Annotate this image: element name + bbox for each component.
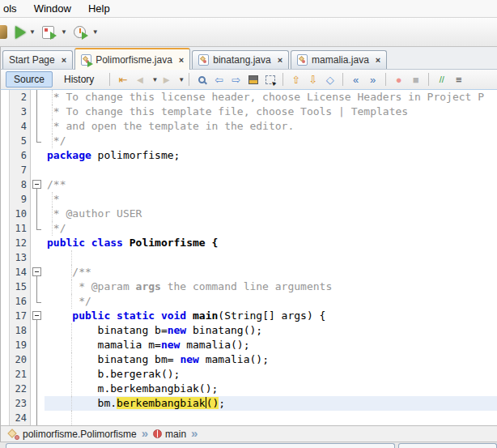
code-line[interactable]: 24: [0, 411, 497, 425]
fold-collapse-icon[interactable]: [32, 267, 41, 276]
code-text[interactable]: *: [45, 192, 497, 207]
code-line[interactable]: 5 */: [0, 134, 497, 148]
find-next-occurrence-icon[interactable]: ⇨: [228, 72, 244, 87]
code-line[interactable]: 13: [0, 250, 497, 265]
history-view-button[interactable]: History: [57, 72, 100, 87]
tab-close-icon[interactable]: ×: [62, 55, 66, 65]
last-edit-location-icon[interactable]: ⇤: [115, 72, 130, 87]
code-line[interactable]: 22 m.berkembangbiak();: [0, 382, 497, 396]
uncomment-icon[interactable]: ≡: [451, 72, 466, 87]
line-number[interactable]: 9: [10, 192, 31, 207]
code-line[interactable]: 10 * @author USER: [0, 207, 497, 221]
line-number[interactable]: 2: [10, 90, 31, 105]
profile-dropdown-caret-icon[interactable]: ▼: [92, 28, 99, 36]
line-number[interactable]: 5: [10, 134, 31, 148]
code-text[interactable]: * @author USER: [45, 207, 497, 221]
menu-item-help[interactable]: Help: [87, 1, 112, 16]
code-line[interactable]: 12public class Polimorfisme {: [0, 236, 497, 250]
line-number[interactable]: 15: [10, 279, 31, 294]
previous-bookmark-icon[interactable]: ⇧: [288, 72, 304, 87]
tab-start-page[interactable]: Start Page×: [2, 50, 73, 69]
line-number[interactable]: 10: [10, 207, 31, 221]
fold-collapse-icon[interactable]: [32, 311, 41, 320]
breadcrumb-class-item[interactable]: polimorfisme.Polimorfisme: [23, 429, 137, 440]
code-line[interactable]: 6package polimorfisme;: [0, 148, 497, 163]
line-number[interactable]: 11: [10, 221, 31, 236]
code-line[interactable]: 23 bm.berkembangbiak();: [0, 396, 497, 411]
code-line[interactable]: 11 */: [0, 221, 497, 236]
code-line[interactable]: 20 binatang bm= new mamalia();: [0, 352, 497, 367]
code-line[interactable]: 7: [0, 163, 497, 177]
code-line[interactable]: 2 * To change this license header, choos…: [0, 90, 497, 105]
code-text[interactable]: /**: [45, 265, 497, 279]
jump-forward-dropdown-caret-icon[interactable]: ▼: [178, 76, 185, 83]
line-number[interactable]: 24: [10, 411, 31, 425]
code-text[interactable]: * and open the template in the editor.: [45, 119, 497, 134]
shift-line-left-icon[interactable]: «: [348, 72, 363, 87]
code-text[interactable]: [45, 411, 497, 425]
fold-column[interactable]: [31, 309, 45, 323]
tab-close-icon[interactable]: ×: [179, 55, 184, 65]
line-number[interactable]: 22: [10, 382, 31, 396]
bottom-right-panel-edge[interactable]: [398, 443, 497, 448]
shift-line-right-icon[interactable]: »: [365, 72, 380, 87]
code-text[interactable]: binatang b=new binatang();: [45, 323, 497, 338]
jump-back-icon[interactable]: ◄: [132, 72, 147, 87]
code-line[interactable]: 16 */: [0, 294, 497, 309]
line-number[interactable]: 17: [10, 309, 31, 323]
jump-back-dropdown-caret-icon[interactable]: ▼: [151, 76, 158, 83]
code-text[interactable]: /**: [45, 177, 497, 192]
code-line[interactable]: 15 * @param args the command line argume…: [0, 279, 497, 294]
debug-project-button[interactable]: ▼: [40, 24, 69, 41]
toggle-bookmark-icon[interactable]: ◇: [322, 72, 338, 87]
find-selection-icon[interactable]: [194, 72, 210, 87]
line-number[interactable]: 20: [10, 352, 31, 367]
code-text[interactable]: package polimorfisme;: [45, 148, 497, 163]
code-text[interactable]: b.bergerak();: [45, 367, 497, 382]
code-line[interactable]: 8/**: [0, 177, 497, 192]
tab-binatang-java[interactable]: binatang.java×: [192, 50, 289, 69]
fold-column[interactable]: [31, 265, 45, 279]
code-text[interactable]: mamalia m=new mamalia();: [45, 338, 497, 352]
code-editor[interactable]: 2 * To change this license header, choos…: [0, 90, 497, 425]
code-line[interactable]: 3 * To change this template file, choose…: [0, 105, 497, 119]
jump-forward-icon[interactable]: ►: [159, 72, 174, 87]
next-bookmark-icon[interactable]: ⇩: [305, 72, 321, 87]
breadcrumb-chevron-icon[interactable]: »: [142, 426, 148, 440]
line-number[interactable]: 4: [10, 119, 31, 134]
run-project-button[interactable]: ▼: [14, 24, 37, 41]
code-line[interactable]: 18 binatang b=new binatang();: [0, 323, 497, 338]
comment-icon[interactable]: //: [434, 72, 449, 87]
find-previous-occurrence-icon[interactable]: ⇦: [211, 72, 227, 87]
line-number[interactable]: 12: [10, 236, 31, 250]
code-line[interactable]: 19 mamalia m=new mamalia();: [0, 338, 497, 352]
tab-close-icon[interactable]: ×: [278, 55, 282, 65]
menu-item-window[interactable]: Window: [32, 1, 73, 16]
toggle-highlight-search-icon[interactable]: [245, 72, 261, 87]
code-line[interactable]: 21 b.bergerak();: [0, 367, 497, 382]
tab-mamalia-java[interactable]: mamalia.java×: [291, 50, 387, 69]
source-view-button[interactable]: Source: [6, 71, 53, 87]
fold-collapse-icon[interactable]: [32, 180, 41, 189]
code-text[interactable]: [45, 163, 497, 177]
profile-project-button[interactable]: ▼: [72, 24, 100, 40]
code-line[interactable]: 17 public static void main(String[] args…: [0, 309, 497, 323]
start-macro-recording-icon[interactable]: ●: [391, 72, 406, 87]
menu-item-tools[interactable]: ols: [2, 1, 19, 16]
code-text[interactable]: */: [45, 134, 497, 148]
code-line[interactable]: 9 *: [0, 192, 497, 207]
line-number[interactable]: 21: [10, 367, 31, 382]
tab-polimorfisme-java[interactable]: Polimorfisme.java×: [74, 48, 190, 70]
debug-dropdown-caret-icon[interactable]: ▼: [61, 28, 67, 36]
code-text[interactable]: public static void main(String[] args) {: [45, 309, 497, 323]
code-text[interactable]: bm.berkembangbiak();: [45, 396, 497, 411]
breadcrumb-method-item[interactable]: main: [165, 429, 186, 440]
code-text[interactable]: [45, 250, 497, 265]
line-number[interactable]: 6: [10, 148, 31, 163]
code-text[interactable]: binatang bm= new mamalia();: [45, 352, 497, 367]
bottom-left-panel-edge[interactable]: [6, 443, 395, 448]
line-number[interactable]: 18: [10, 323, 31, 338]
code-text[interactable]: */: [45, 221, 497, 236]
code-text[interactable]: * To change this license header, choose …: [45, 90, 497, 105]
line-number[interactable]: 8: [10, 177, 31, 192]
